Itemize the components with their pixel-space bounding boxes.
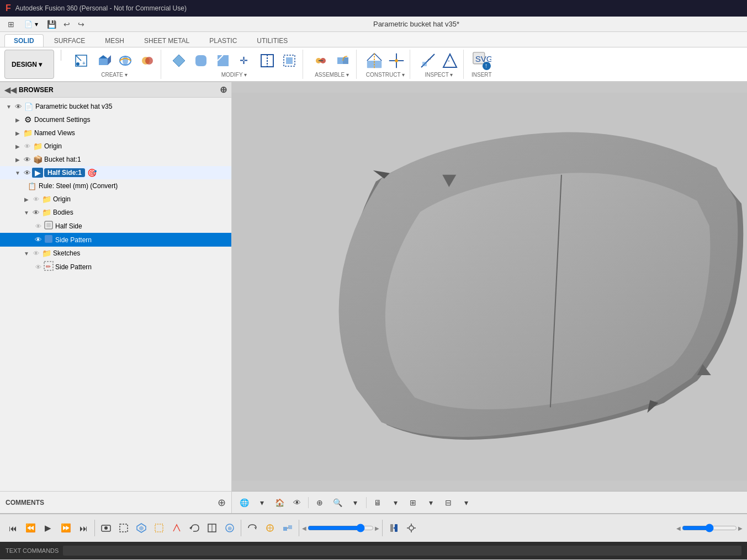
tree-item-origin2[interactable]: ▶ 👁 📁 Origin: [0, 193, 231, 206]
tree-item-sketches[interactable]: ▼ 👁 📁 Sketches: [0, 247, 231, 260]
origin-visibility[interactable]: 👁: [22, 143, 32, 150]
revolve-btn[interactable]: [115, 51, 135, 71]
design-dropdown[interactable]: DESIGN ▾: [4, 50, 54, 79]
tab-mesh[interactable]: MESH: [96, 34, 134, 47]
half-side-body-visibility[interactable]: 👁: [33, 223, 43, 230]
3d-viewport-canvas[interactable]: [232, 82, 747, 491]
bodies-expand[interactable]: ▼: [22, 210, 31, 216]
component-btn[interactable]: [133, 520, 150, 536]
env-btn[interactable]: ⊟: [441, 495, 456, 510]
half-side-expand[interactable]: ▼: [13, 170, 22, 176]
tree-item-half-side-body[interactable]: 👁 Half Side: [0, 219, 231, 233]
fillet-btn[interactable]: [191, 51, 211, 71]
orbit-sub-btn[interactable]: ▾: [254, 495, 269, 510]
file-menu[interactable]: 📄▾: [20, 19, 43, 29]
split-face-btn[interactable]: [257, 51, 277, 71]
tree-item-origin[interactable]: ▶ 👁 📁 Origin: [0, 140, 231, 153]
home-btn[interactable]: 🏠: [272, 495, 287, 510]
orbit-btn[interactable]: 🌐: [236, 495, 252, 510]
display-mode-btn[interactable]: 🖥: [370, 495, 385, 510]
inspect-btn1[interactable]: ↔: [418, 51, 438, 71]
tab-surface[interactable]: SURFACE: [45, 34, 95, 47]
named-views-expand[interactable]: ▶: [13, 130, 22, 136]
zoom-sub-btn[interactable]: ▾: [347, 495, 363, 510]
display-sub-btn[interactable]: ▾: [388, 495, 403, 510]
construct-btn1[interactable]: [364, 51, 384, 71]
select-btn[interactable]: [115, 520, 132, 536]
side-pattern-visibility[interactable]: 👁: [33, 236, 43, 244]
tree-item-doc-settings[interactable]: ▶ ⚙ Document Settings: [0, 113, 231, 126]
zoom-btn[interactable]: 🔍: [330, 495, 345, 510]
move-btn[interactable]: ✛: [235, 51, 255, 71]
create-sketch-btn[interactable]: +: [71, 51, 91, 71]
tree-item-named-views[interactable]: ▶ 📁 Named Views: [0, 126, 231, 140]
browser-collapse-icon[interactable]: ◀◀: [4, 86, 17, 94]
assemble-btn2[interactable]: [333, 51, 353, 71]
sketches-expand[interactable]: ▼: [22, 250, 31, 257]
timeline-feature2[interactable]: ⊕: [221, 520, 238, 536]
side-pattern-sketch-visibility[interactable]: 👁: [33, 264, 43, 270]
browser-settings-icon[interactable]: ⊕: [220, 84, 227, 95]
extrude-btn[interactable]: [93, 51, 113, 71]
bucket-hat-visibility[interactable]: 👁: [22, 156, 32, 164]
construct-btn2[interactable]: [386, 51, 406, 71]
half-side-visibility[interactable]: 👁: [22, 169, 32, 177]
timeline-tool3[interactable]: [244, 520, 261, 536]
origin2-visibility[interactable]: 👁: [31, 196, 41, 202]
text-commands-input[interactable]: [63, 546, 741, 556]
tab-sheet-metal[interactable]: SHEET METAL: [135, 34, 199, 47]
bodies-visibility[interactable]: 👁: [31, 209, 41, 217]
tab-utilities[interactable]: UTILITIES: [247, 34, 297, 47]
inspect-btn2[interactable]: °: [440, 51, 460, 71]
bucket-hat-expand[interactable]: ▶: [13, 157, 22, 163]
doc-settings-expand[interactable]: ▶: [13, 117, 22, 123]
app-menu-icon[interactable]: ⊞: [4, 18, 18, 31]
insert-btn[interactable]: SVG↑: [471, 51, 491, 71]
grid-sub-btn[interactable]: ▾: [423, 495, 438, 510]
press-pull-btn[interactable]: [169, 51, 189, 71]
tree-item-rule[interactable]: 📋 Rule: Steel (mm) (Convert): [0, 179, 231, 193]
tab-solid[interactable]: SOLID: [4, 34, 44, 48]
timeline-start-btn[interactable]: ⏮: [4, 520, 21, 536]
construction-btn[interactable]: [151, 520, 167, 536]
undo-timeline-btn[interactable]: [186, 520, 203, 536]
timeline-play-btn[interactable]: ▶: [40, 520, 56, 536]
grid-btn[interactable]: ⊞: [405, 495, 421, 510]
tree-item-side-pattern[interactable]: 👁 Side Pattern: [0, 233, 231, 247]
look-at-btn[interactable]: 👁: [289, 495, 305, 510]
timeline-feature1[interactable]: [204, 520, 220, 536]
root-expand-icon[interactable]: ▼: [4, 104, 13, 110]
chamfer-btn[interactable]: [213, 51, 233, 71]
weld-btn[interactable]: [168, 520, 185, 536]
timeline-back-btn[interactable]: ⏪: [22, 520, 39, 536]
timeline-range[interactable]: [308, 524, 374, 532]
tree-item-bucket-hat[interactable]: ▶ 👁 📦 Bucket hat:1: [0, 153, 231, 166]
timeline-settings[interactable]: [403, 520, 420, 536]
redo-button[interactable]: ↪: [75, 18, 88, 31]
tab-plastic[interactable]: PLASTIC: [200, 34, 246, 47]
origin2-expand[interactable]: ▶: [22, 196, 31, 202]
scale-btn[interactable]: [279, 51, 299, 71]
root-visibility[interactable]: 👁: [13, 103, 23, 111]
origin-expand[interactable]: ▶: [13, 143, 22, 150]
tree-item-half-side[interactable]: ▼ 👁 ▶ Half Side:1 🎯: [0, 166, 231, 179]
combine-btn[interactable]: [137, 51, 157, 71]
timeline-end-feature[interactable]: [385, 520, 402, 536]
env-sub-btn[interactable]: ▾: [458, 495, 474, 510]
view-slider[interactable]: [682, 524, 737, 532]
add-comment-btn[interactable]: ⊕: [218, 497, 226, 509]
sketches-visibility[interactable]: 👁: [31, 250, 41, 257]
tree-item-side-pattern-sketch[interactable]: 👁 ✏ Side Pattern: [0, 260, 231, 274]
tree-item-bodies[interactable]: ▼ 👁 📁 Bodies: [0, 206, 231, 219]
camera-btn[interactable]: [98, 520, 114, 536]
zoom-fit-btn[interactable]: ⊕: [312, 495, 327, 510]
timeline-tool4[interactable]: [262, 520, 278, 536]
save-button[interactable]: 💾: [45, 18, 58, 31]
tree-item-root[interactable]: ▼ 👁 📄 Parametric bucket hat v35: [0, 100, 231, 113]
timeline-fwd-btn[interactable]: ⏩: [57, 520, 74, 536]
timeline-end-btn[interactable]: ⏭: [75, 520, 92, 536]
assemble-btn1[interactable]: [311, 51, 331, 71]
toolbar: SOLID SURFACE MESH SHEET METAL PLASTIC U…: [0, 32, 747, 82]
undo-button[interactable]: ↩: [60, 18, 73, 31]
timeline-tool5[interactable]: [279, 520, 296, 536]
